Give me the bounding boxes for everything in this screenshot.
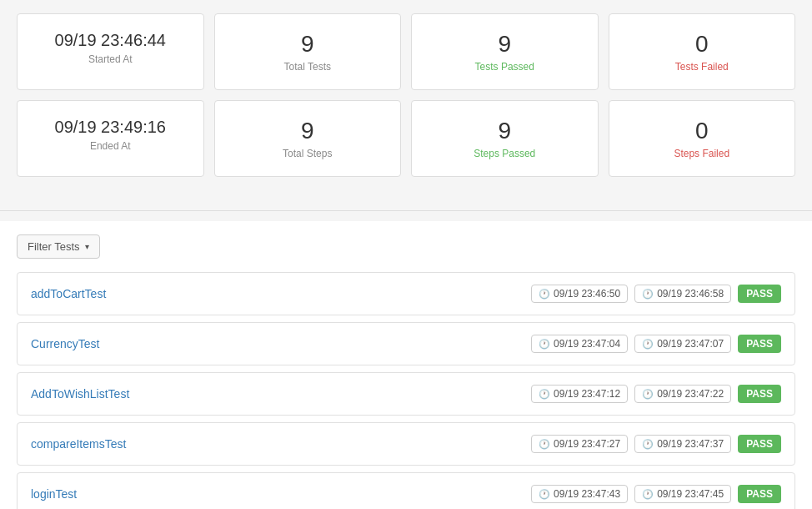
test-start-time: 🕐 09/19 23:47:27 <box>531 435 628 453</box>
stat-value: 9 <box>425 31 584 58</box>
stat-card-0: 09/19 23:49:16Ended At <box>17 100 204 177</box>
stat-card-2: 9Tests Passed <box>411 13 599 90</box>
filter-chevron-icon: ▾ <box>85 242 89 251</box>
clock-icon: 🕐 <box>539 439 550 450</box>
test-meta: 🕐 09/19 23:46:50🕐 09/19 23:46:58PASS <box>531 285 781 303</box>
test-status-badge: PASS <box>738 485 781 503</box>
clock-icon: 🕐 <box>642 489 654 500</box>
test-start-time: 🕐 09/19 23:47:04 <box>531 335 628 353</box>
clock-icon: 🕐 <box>642 389 654 400</box>
stat-value: 09/19 23:49:16 <box>31 118 190 137</box>
stat-label: Steps Passed <box>425 148 584 159</box>
stat-value: 9 <box>425 118 584 144</box>
stat-card-1: 9Total Steps <box>214 100 402 177</box>
test-end-time: 🕐 09/19 23:47:45 <box>634 485 731 503</box>
test-row: addToCartTest🕐 09/19 23:46:50🕐 09/19 23:… <box>17 272 795 315</box>
stat-card-0: 09/19 23:46:44Started At <box>17 13 204 90</box>
test-status-badge: PASS <box>738 335 781 353</box>
test-status-badge: PASS <box>738 435 781 453</box>
stat-label: Tests Passed <box>425 61 584 73</box>
stat-label: Total Steps <box>228 148 388 159</box>
test-meta: 🕐 09/19 23:47:43🕐 09/19 23:47:45PASS <box>531 485 781 503</box>
clock-icon: 🕐 <box>642 339 654 350</box>
test-status-badge: PASS <box>738 285 781 303</box>
stats-section: 09/19 23:46:44Started At9Total Tests9Tes… <box>0 0 812 200</box>
clock-icon: 🕐 <box>642 439 654 450</box>
stat-value: 9 <box>228 31 388 58</box>
stat-card-2: 9Steps Passed <box>411 100 599 177</box>
stat-value: 09/19 23:46:44 <box>31 31 190 50</box>
test-start-time: 🕐 09/19 23:46:50 <box>531 285 628 303</box>
stats-row-2: 09/19 23:49:16Ended At9Total Steps9Steps… <box>17 100 795 177</box>
test-name[interactable]: compareItemsTest <box>31 437 126 451</box>
test-name[interactable]: loginTest <box>31 487 77 501</box>
test-meta: 🕐 09/19 23:47:04🕐 09/19 23:47:07PASS <box>531 335 781 353</box>
stat-card-3: 0Tests Failed <box>609 13 796 90</box>
clock-icon: 🕐 <box>642 289 654 300</box>
test-end-time: 🕐 09/19 23:47:07 <box>634 335 731 353</box>
stat-label: Tests Failed <box>623 61 782 73</box>
test-row: CurrencyTest🕐 09/19 23:47:04🕐 09/19 23:4… <box>17 322 795 365</box>
test-start-time: 🕐 09/19 23:47:43 <box>531 485 628 503</box>
test-meta: 🕐 09/19 23:47:12🕐 09/19 23:47:22PASS <box>531 385 781 403</box>
filter-tests-label: Filter Tests <box>28 240 80 253</box>
stat-value: 0 <box>623 31 782 58</box>
filter-tests-button[interactable]: Filter Tests ▾ <box>17 234 100 259</box>
stat-value: 0 <box>623 118 782 144</box>
test-status-badge: PASS <box>738 385 781 403</box>
clock-icon: 🕐 <box>539 339 550 350</box>
stat-card-1: 9Total Tests <box>214 13 402 90</box>
stat-label: Started At <box>31 53 190 65</box>
stat-label: Ended At <box>31 140 190 152</box>
test-end-time: 🕐 09/19 23:47:37 <box>634 435 731 453</box>
test-row: AddToWishListTest🕐 09/19 23:47:12🕐 09/19… <box>17 372 795 416</box>
stat-value: 9 <box>228 118 388 144</box>
test-list: addToCartTest🕐 09/19 23:46:50🕐 09/19 23:… <box>17 272 795 509</box>
test-row: loginTest🕐 09/19 23:47:43🕐 09/19 23:47:4… <box>17 472 795 509</box>
test-end-time: 🕐 09/19 23:47:22 <box>634 385 731 403</box>
stat-label: Total Tests <box>228 61 388 73</box>
test-meta: 🕐 09/19 23:47:27🕐 09/19 23:47:37PASS <box>531 435 781 453</box>
stats-row-1: 09/19 23:46:44Started At9Total Tests9Tes… <box>17 13 795 90</box>
tests-section: Filter Tests ▾ addToCartTest🕐 09/19 23:4… <box>0 221 812 509</box>
test-name[interactable]: AddToWishListTest <box>31 387 129 401</box>
clock-icon: 🕐 <box>539 489 550 500</box>
test-start-time: 🕐 09/19 23:47:12 <box>531 385 628 403</box>
test-name[interactable]: addToCartTest <box>31 287 106 300</box>
stat-label: Steps Failed <box>623 148 782 159</box>
test-end-time: 🕐 09/19 23:46:58 <box>634 285 731 303</box>
test-row: compareItemsTest🕐 09/19 23:47:27🕐 09/19 … <box>17 422 795 466</box>
clock-icon: 🕐 <box>539 289 550 300</box>
stat-card-3: 0Steps Failed <box>609 100 796 177</box>
test-name[interactable]: CurrencyTest <box>31 337 99 350</box>
clock-icon: 🕐 <box>539 389 550 400</box>
section-divider <box>0 210 812 211</box>
